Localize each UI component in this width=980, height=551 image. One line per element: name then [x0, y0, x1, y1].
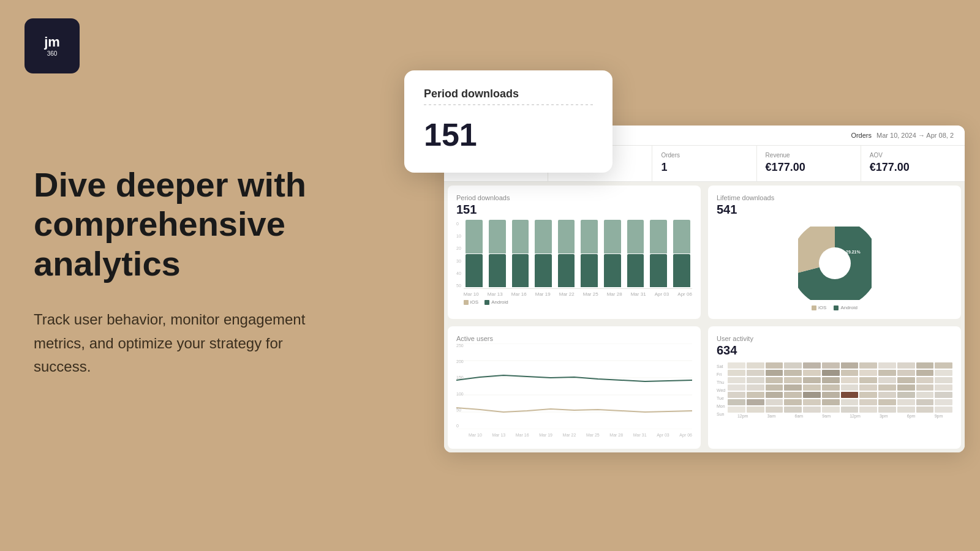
legend-android: Android [484, 299, 508, 305]
heatmap-grid-wrapper: 12pm3am6am9am12pm3pm6pm9pm [728, 362, 952, 418]
stat-revenue: Revenue €177.00 [757, 146, 861, 181]
svg-text:29.21%: 29.21% [846, 250, 861, 254]
stat-aov-label: AOV [870, 152, 956, 159]
pie-legend-ios: iOS [812, 305, 826, 310]
x-axis-labels: Mar 10Mar 13Mar 16Mar 19Mar 22Mar 25Mar … [464, 291, 692, 297]
lifetime-downloads-title: Lifetime downloads [717, 194, 952, 201]
bar-legend: iOS Android [464, 299, 692, 305]
stat-orders-value: 1 [661, 161, 747, 174]
heatmap-container: SatFriThuWedTueMonSun [717, 362, 952, 418]
floating-card-divider [424, 104, 593, 105]
heatmap-grid [728, 362, 952, 413]
logo: jm360 [24, 18, 80, 73]
stat-aov-value: €177.00 [870, 161, 956, 174]
bar-chart-wrapper: 50403020100 [456, 222, 692, 305]
period-downloads-chart-title: Period downloads [456, 194, 692, 201]
headline: Dive deeper withcomprehensive analytics [34, 165, 438, 283]
subtext: Track user behavior, monitor engagementm… [34, 308, 438, 378]
lifetime-downloads-value: 541 [717, 203, 952, 217]
heatmap-y-labels: SatFriThuWedTueMonSun [717, 362, 725, 418]
period-downloads-chart: Period downloads 151 50403020100 [448, 186, 701, 319]
date-to: Apr 08, 2 [926, 132, 954, 139]
dashboard: Orders Mar 10, 2024 → Apr 08, 2 Period d… [444, 126, 965, 452]
date-from: Mar 10, 2024 [876, 132, 916, 139]
pie-legend-android: Android [834, 305, 858, 310]
legend-ios: iOS [464, 299, 478, 305]
pie-chart-svg: 29.21% 70.79% [798, 227, 872, 300]
bar-chart-inner [464, 222, 692, 289]
stat-revenue-label: Revenue [766, 152, 852, 159]
floating-card-title: Period downloads [424, 88, 593, 100]
period-downloads-chart-value: 151 [456, 203, 692, 217]
date-separator: → [918, 132, 926, 139]
line-chart-area: 250200150100500 Mar 10Mar 13Mar 16Mar 19… [456, 343, 692, 435]
left-content: Dive deeper withcomprehensive analytics … [34, 165, 438, 378]
heatmap-x-labels: 12pm3am6am9am12pm3pm6pm9pm [728, 414, 952, 418]
floating-card-value: 151 [424, 116, 593, 153]
pie-wrapper: 29.21% 70.79% [798, 227, 872, 300]
pie-legend: iOS Android [812, 305, 858, 310]
pie-container: 29.21% 70.79% iOS Android [717, 222, 952, 310]
svg-text:70.79%: 70.79% [821, 268, 837, 272]
active-users-title: Active users [456, 335, 692, 342]
stat-revenue-value: €177.00 [766, 161, 852, 174]
stat-orders-label: Orders [661, 152, 747, 159]
stat-aov: AOV €177.00 [861, 146, 965, 181]
orders-label: Orders [851, 132, 872, 139]
user-activity-value: 634 [717, 343, 952, 358]
stat-orders: Orders 1 [652, 146, 756, 181]
y-axis: 50403020100 [456, 222, 464, 289]
lifetime-downloads-chart: Lifetime downloads 541 29.21% 70.79% [708, 186, 961, 319]
user-activity-title: User activity [717, 335, 952, 342]
user-activity-chart: User activity 634 SatFriThuWedTueMonSun [708, 326, 961, 449]
line-chart-svg [456, 343, 692, 429]
active-users-chart: Active users 2502001501005 [448, 326, 701, 449]
logo-text: jm360 [44, 35, 60, 56]
charts-area: Period downloads 151 50403020100 [444, 182, 965, 452]
date-range: Mar 10, 2024 → Apr 08, 2 [876, 132, 954, 139]
floating-card: Period downloads 151 [404, 70, 612, 173]
